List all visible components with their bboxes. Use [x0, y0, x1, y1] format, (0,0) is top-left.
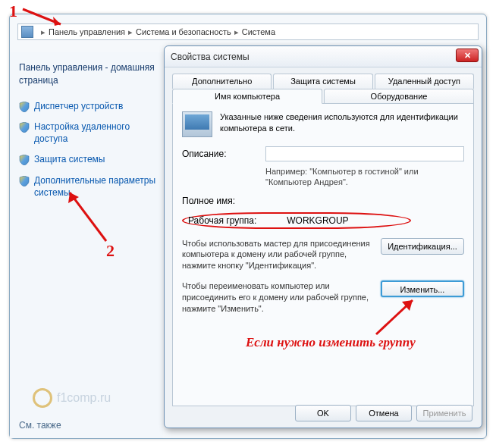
description-input[interactable] [265, 146, 464, 161]
workgroup-row: Рабочая группа: WORKGROUP [182, 212, 464, 229]
identify-button[interactable]: Идентификация... [381, 238, 464, 255]
watermark: f1comp.ru [33, 388, 111, 408]
watermark-text: f1comp.ru [57, 391, 111, 405]
cp-home-link[interactable]: Панель управления - домашняя страница [19, 61, 162, 87]
bc-sep: ▸ [128, 27, 133, 37]
see-also-label: См. также [19, 420, 61, 431]
workgroup-label: Рабочая группа: [188, 215, 256, 226]
bc-sep: ▸ [234, 27, 239, 37]
cancel-button[interactable]: Отмена [356, 405, 412, 421]
task-device-manager[interactable]: Диспетчер устройств [19, 101, 162, 113]
task-label: Дополнительные параметры системы [34, 175, 162, 199]
control-panel-icon [21, 26, 33, 38]
breadcrumb-item[interactable]: Система [242, 27, 275, 36]
tab-advanced[interactable]: Дополнительно [172, 74, 272, 89]
tab-panel: Указанные ниже сведения используются для… [172, 103, 474, 406]
close-button[interactable]: ✕ [456, 49, 479, 62]
tab-row-2: Имя компьютера Оборудование [172, 89, 474, 104]
change-text: Чтобы переименовать компьютер или присое… [182, 280, 375, 315]
apply-button[interactable]: Применить [416, 405, 472, 421]
example-text: Например: "Компьютер в гостиной" или "Ко… [265, 166, 464, 188]
fullname-row: Полное имя: [182, 196, 464, 206]
task-advanced[interactable]: Дополнительные параметры системы [19, 175, 162, 199]
breadcrumb-item[interactable]: Панель управления [49, 27, 125, 36]
bc-sep: ▸ [41, 27, 46, 37]
tasks-panel: Панель управления - домашняя страница Ди… [10, 52, 163, 438]
annotation-2: 2 [106, 241, 115, 261]
breadcrumb-item[interactable]: Система и безопасность [136, 27, 231, 36]
system-properties-dialog: Свойства системы ✕ Дополнительно Защита … [164, 45, 482, 428]
dialog-body: Дополнительно Защита системы Удаленный д… [165, 67, 482, 414]
task-label: Настройка удаленного доступа [34, 121, 162, 145]
shield-icon [19, 102, 30, 112]
task-protection[interactable]: Защита системы [19, 154, 162, 166]
shield-icon [19, 155, 30, 165]
tab-computername[interactable]: Имя компьютера [172, 89, 322, 104]
tab-protection[interactable]: Защита системы [273, 74, 372, 89]
watermark-icon [33, 388, 52, 408]
workgroup-highlight: Рабочая группа: WORKGROUP [182, 212, 411, 229]
workgroup-value: WORKGROUP [287, 215, 348, 226]
fullname-label: Полное имя: [182, 196, 235, 206]
task-label: Диспетчер устройств [34, 101, 123, 113]
dialog-titlebar[interactable]: Свойства системы ✕ [165, 46, 482, 67]
tab-row-1: Дополнительно Защита системы Удаленный д… [172, 74, 474, 89]
identify-text: Чтобы использовать мастер для присоедине… [182, 238, 375, 272]
shield-icon [19, 122, 30, 133]
annotation-1: 1 [9, 2, 17, 21]
breadcrumb-bar[interactable]: ▸ Панель управления ▸ Система и безопасн… [17, 23, 479, 40]
change-button[interactable]: Изменить... [381, 280, 464, 297]
task-remote[interactable]: Настройка удаленного доступа [19, 121, 162, 145]
dialog-buttons: OK Отмена Применить [295, 405, 472, 421]
tab-remote[interactable]: Удаленный доступ [375, 74, 474, 89]
annotation-text: Если нужно изменить группу [246, 335, 416, 350]
tab-hardware[interactable]: Оборудование [324, 89, 474, 104]
task-label: Защита системы [34, 154, 105, 166]
desc-text: Указанные ниже сведения используются для… [220, 111, 464, 134]
dialog-title-text: Свойства системы [171, 52, 250, 62]
description-label: Описание: [182, 149, 265, 159]
ok-button[interactable]: OK [295, 405, 351, 421]
shield-icon [19, 176, 30, 186]
computer-icon [182, 111, 212, 137]
